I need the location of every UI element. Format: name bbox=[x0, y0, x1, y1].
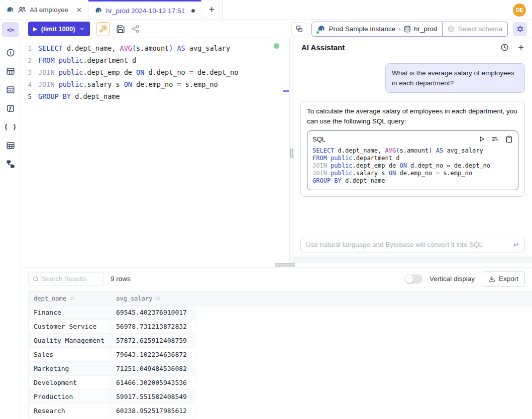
table-cell: 59917.551582408549 bbox=[111, 390, 195, 404]
postgres-icon bbox=[6, 6, 14, 14]
line-number: 3 bbox=[21, 69, 38, 76]
table-row: Sales79643.102234636872 bbox=[29, 348, 532, 362]
export-button[interactable]: Export bbox=[482, 271, 525, 287]
ai-prompt-input[interactable] bbox=[306, 241, 509, 248]
breadcrumb-separator: › bbox=[398, 25, 401, 33]
run-sql-icon[interactable] bbox=[478, 135, 485, 143]
new-tab-button[interactable]: + bbox=[201, 0, 223, 20]
cube-icon bbox=[448, 26, 455, 33]
run-label: (limit 1000) bbox=[41, 25, 75, 33]
table-cell: Development bbox=[29, 376, 111, 390]
schema-selector[interactable]: Select schema bbox=[442, 22, 507, 36]
ai-sql-line: SELECT d.dept_name, AVG(s.amount) AS avg… bbox=[312, 147, 513, 155]
line-number: 4 bbox=[21, 81, 38, 88]
line-number: 2 bbox=[21, 57, 38, 64]
database-icon bbox=[404, 26, 411, 33]
tab-hr-prod[interactable]: hr_prod 2024-10-12 17:51 bbox=[88, 0, 201, 20]
openai-icon bbox=[516, 25, 524, 33]
editor-code-line: 5GROUP BY d.dept_name bbox=[21, 90, 289, 102]
editor-code-line: 3JOIN public.dept_emp de ON d.dept_no = … bbox=[21, 66, 289, 78]
copy-icon[interactable] bbox=[505, 135, 513, 143]
table-cell: 69545.402376910017 bbox=[111, 306, 195, 320]
table-cell: 60238.952517985612 bbox=[111, 404, 195, 418]
connection-breadcrumb[interactable]: Prod Sample Instance › hr_prod Select sc… bbox=[311, 22, 508, 37]
ai-conversation: What is the average salary of employees … bbox=[293, 57, 532, 237]
database-name: hr_prod bbox=[414, 25, 438, 33]
editor-status-dot bbox=[274, 43, 279, 49]
instance-name: Prod Sample Instance bbox=[329, 25, 395, 33]
info-icon[interactable] bbox=[0, 43, 21, 62]
horizontal-splitter[interactable] bbox=[21, 263, 532, 267]
assistant-message-card: To calculate the average salary of emplo… bbox=[300, 101, 525, 197]
row-filler bbox=[195, 390, 532, 404]
splitter-handle[interactable] bbox=[290, 149, 293, 158]
tabbar-spacer bbox=[223, 0, 513, 20]
insert-into-editor-icon[interactable] bbox=[491, 135, 499, 143]
history-clock-icon[interactable] bbox=[500, 43, 509, 52]
search-icon bbox=[33, 275, 39, 283]
table-cell: Research bbox=[29, 404, 111, 418]
new-chat-plus-icon[interactable]: + bbox=[518, 43, 524, 53]
admin-wrench-button[interactable] bbox=[96, 22, 110, 36]
users-icon bbox=[18, 6, 26, 14]
ai-panel-title: AI Assistant bbox=[301, 43, 345, 52]
vertical-display-label: Vertical display bbox=[430, 275, 475, 283]
workflow-icon[interactable] bbox=[0, 155, 21, 173]
table-cell: Sales bbox=[29, 348, 111, 362]
panel-layout-button[interactable] bbox=[291, 22, 306, 36]
download-icon bbox=[488, 275, 495, 283]
share-button[interactable] bbox=[131, 25, 140, 33]
table-cell: 61466.302005943536 bbox=[111, 376, 195, 390]
row-filler bbox=[195, 348, 532, 362]
results-panel: 9 rows Vertical display Export dept_name… bbox=[21, 267, 532, 419]
left-sidebar: <> ( ) bbox=[0, 20, 21, 419]
sort-icon bbox=[155, 295, 162, 302]
code-block-language-label: SQL bbox=[312, 134, 326, 145]
row-filler bbox=[195, 362, 532, 376]
instance-database-segment[interactable]: Prod Sample Instance › hr_prod bbox=[312, 22, 442, 36]
run-query-button[interactable]: ▶ (limit 1000) bbox=[28, 22, 90, 36]
close-icon[interactable]: ✕ bbox=[76, 6, 82, 14]
vertical-splitter[interactable] bbox=[289, 38, 293, 263]
results-toolbar: 9 rows Vertical display Export bbox=[21, 267, 532, 290]
save-sheet-button[interactable] bbox=[116, 25, 125, 34]
column-header-dept_name[interactable]: dept_name bbox=[29, 292, 111, 305]
row-count-label: 9 rows bbox=[111, 275, 131, 283]
row-filler bbox=[195, 334, 532, 348]
search-results-box bbox=[28, 272, 103, 286]
table-row: Finance69545.402376910017 bbox=[29, 306, 532, 320]
tab-all-employee[interactable]: All employee ✕ bbox=[0, 0, 88, 20]
search-results-input[interactable] bbox=[42, 275, 99, 283]
chevron-down-icon bbox=[79, 26, 85, 32]
table-cell: Customer Service bbox=[29, 320, 111, 334]
tab-label: hr_prod 2024-10-12 17:51 bbox=[106, 7, 185, 15]
table-header-row: dept_nameavg_salary bbox=[29, 291, 532, 306]
editor-code-line: 4JOIN public.salary s ON de.emp_no = s.e… bbox=[21, 78, 289, 90]
ai-assistant-toggle-button[interactable] bbox=[513, 22, 527, 36]
sql-editor[interactable]: 1SELECT d.dept_name, AVG(s.amount) AS av… bbox=[21, 38, 289, 263]
functions-icon[interactable] bbox=[0, 99, 21, 117]
brackets-icon[interactable]: ( ) bbox=[0, 117, 21, 136]
line-number: 5 bbox=[21, 93, 38, 100]
toggle-knob bbox=[405, 275, 413, 283]
tables-icon[interactable] bbox=[0, 62, 21, 80]
splitter-handle[interactable] bbox=[275, 263, 295, 266]
table-cell: Quality Management bbox=[29, 334, 111, 348]
wrench-icon bbox=[99, 25, 107, 33]
editor-code-line: 1SELECT d.dept_name, AVG(s.amount) AS av… bbox=[21, 42, 289, 54]
sheet-grid-icon[interactable] bbox=[0, 136, 21, 155]
sql-editor-code-icon[interactable]: <> bbox=[2, 22, 19, 37]
ai-sql-code: SELECT d.dept_name, AVG(s.amount) AS avg… bbox=[312, 147, 513, 185]
ai-panel-footer-strip bbox=[293, 256, 532, 263]
enter-key-icon[interactable]: ↵ bbox=[513, 240, 519, 249]
row-filler bbox=[195, 376, 532, 390]
schema-editor-icon[interactable] bbox=[0, 80, 21, 99]
column-header-avg_salary[interactable]: avg_salary bbox=[111, 292, 195, 305]
table-cell: Marketing bbox=[29, 362, 111, 376]
share-icon bbox=[131, 25, 140, 33]
user-avatar[interactable]: DE bbox=[513, 4, 526, 17]
vertical-display-toggle[interactable] bbox=[405, 274, 422, 284]
unsaved-dot bbox=[191, 9, 195, 13]
table-row: Customer Service56978.731213872832 bbox=[29, 320, 532, 334]
schema-placeholder: Select schema bbox=[458, 25, 502, 33]
